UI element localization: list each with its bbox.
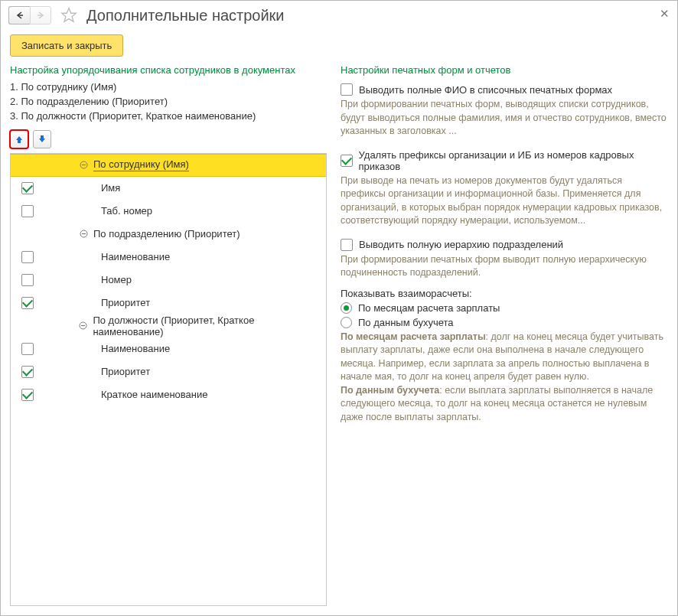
radio-by-salary-months[interactable] bbox=[341, 302, 352, 314]
tree-item[interactable]: Приоритет bbox=[11, 292, 326, 315]
move-down-button[interactable] bbox=[33, 130, 51, 148]
full-hierarchy-checkbox[interactable] bbox=[341, 239, 353, 251]
move-up-button[interactable] bbox=[10, 130, 28, 148]
radio-row-accounting: По данным бухучета bbox=[341, 317, 668, 328]
full-fio-row: Выводить полные ФИО в списочных печатных… bbox=[341, 83, 668, 96]
checkbox-icon[interactable] bbox=[21, 182, 34, 194]
tree-group-department[interactable]: По подразделению (Приоритет) bbox=[11, 223, 326, 246]
remove-prefix-label: Удалять префиксы организации и ИБ из ном… bbox=[359, 149, 668, 172]
expand-toggle-icon[interactable] bbox=[78, 321, 89, 331]
radio-label-accounting: По данным бухучета bbox=[358, 317, 454, 328]
ordering-summary: 1. По сотруднику (Имя) 2. По подразделен… bbox=[10, 80, 327, 124]
move-buttons bbox=[10, 130, 327, 148]
tree-group-employee[interactable]: По сотруднику (Имя) bbox=[11, 154, 326, 177]
ordering-line-1: 1. По сотруднику (Имя) bbox=[10, 80, 327, 95]
remove-prefix-help: При выводе на печать из номеров документ… bbox=[341, 174, 668, 228]
content: Настройка упорядочивания списка сотрудни… bbox=[1, 61, 677, 615]
expand-toggle-icon[interactable] bbox=[78, 229, 89, 240]
mutual-help-bold2: По данным бухучета bbox=[341, 385, 439, 396]
tree-item[interactable]: Имя bbox=[11, 177, 326, 200]
svg-marker-0 bbox=[62, 8, 76, 21]
checkbox-icon[interactable] bbox=[21, 366, 34, 378]
checkbox-icon[interactable] bbox=[21, 343, 34, 355]
tree-group-label: По подразделению (Приоритет) bbox=[93, 228, 240, 240]
tree-item[interactable]: Наименование bbox=[11, 246, 326, 269]
full-fio-label: Выводить полные ФИО в списочных печатных… bbox=[359, 84, 612, 96]
right-column: Настройки печатных форм и отчетов Выводи… bbox=[341, 64, 668, 606]
radio-by-accounting[interactable] bbox=[341, 317, 352, 328]
tree-item-label: Таб. номер bbox=[101, 205, 152, 217]
full-fio-help: При формировании печатных форм, выводящи… bbox=[341, 98, 668, 139]
tree-item[interactable]: Наименование bbox=[11, 337, 326, 360]
mutual-settlements-title: Показывать взаиморасчеты: bbox=[341, 288, 668, 299]
tree-item[interactable]: Приоритет bbox=[11, 360, 326, 383]
tree-group-label: По сотруднику (Имя) bbox=[93, 158, 189, 171]
nav-forward-button[interactable] bbox=[30, 6, 51, 24]
tree-item-label: Наименование bbox=[101, 343, 170, 354]
checkbox-icon[interactable] bbox=[21, 251, 34, 263]
full-hierarchy-row: Выводить полную иерархию подразделений bbox=[341, 239, 668, 251]
tree-item-label: Номер bbox=[101, 274, 132, 285]
tree-item[interactable]: Таб. номер bbox=[11, 200, 326, 223]
toolbar: Записать и закрыть bbox=[1, 27, 677, 61]
checkbox-icon[interactable] bbox=[21, 389, 34, 401]
right-section-title: Настройки печатных форм и отчетов bbox=[341, 64, 668, 76]
full-hierarchy-label: Выводить полную иерархию подразделений bbox=[359, 239, 563, 250]
ordering-tree[interactable]: По сотруднику (Имя) Имя Таб. номер bbox=[10, 153, 327, 606]
tree-group-label: По должности (Приоритет, Краткое наимено… bbox=[93, 315, 326, 337]
tree-group-position[interactable]: По должности (Приоритет, Краткое наимено… bbox=[11, 315, 326, 337]
titlebar: Дополнительные настройки ✕ bbox=[1, 1, 677, 27]
nav-back-button[interactable] bbox=[8, 6, 30, 24]
tree-item-label: Имя bbox=[101, 182, 120, 194]
ordering-line-3: 3. По должности (Приоритет, Краткое наим… bbox=[10, 109, 327, 124]
nav-back-forward bbox=[8, 6, 51, 24]
remove-prefix-row: Удалять префиксы организации и ИБ из ном… bbox=[341, 149, 668, 172]
checkbox-icon[interactable] bbox=[21, 205, 34, 217]
checkbox-icon[interactable] bbox=[21, 274, 34, 286]
remove-prefix-checkbox[interactable] bbox=[341, 155, 353, 167]
tree-item[interactable]: Краткое наименование bbox=[11, 383, 326, 406]
tree-item-label: Приоритет bbox=[101, 297, 150, 308]
favorite-star-icon[interactable] bbox=[59, 5, 79, 25]
tree-item-label: Краткое наименование bbox=[101, 389, 208, 400]
left-column: Настройка упорядочивания списка сотрудни… bbox=[10, 64, 327, 606]
mutual-help-bold1: По месяцам расчета зарплаты bbox=[341, 331, 486, 342]
full-fio-checkbox[interactable] bbox=[341, 83, 353, 96]
radio-label-months: По месяцам расчета зарплаты bbox=[358, 302, 500, 314]
close-icon[interactable]: ✕ bbox=[657, 7, 671, 21]
window-root: Дополнительные настройки ✕ Записать и за… bbox=[0, 0, 678, 616]
ordering-line-2: 2. По подразделению (Приоритет) bbox=[10, 95, 327, 109]
left-section-title: Настройка упорядочивания списка сотрудни… bbox=[10, 64, 327, 76]
mutual-help-text: По месяцам расчета зарплаты: долг на кон… bbox=[341, 331, 668, 425]
window-title: Дополнительные настройки bbox=[86, 7, 285, 24]
radio-row-months: По месяцам расчета зарплаты bbox=[341, 302, 668, 314]
save-close-button[interactable]: Записать и закрыть bbox=[10, 34, 123, 57]
full-hierarchy-help: При формировании печатных форм выводит п… bbox=[341, 253, 668, 280]
expand-toggle-icon[interactable] bbox=[78, 160, 89, 171]
tree-item-label: Приоритет bbox=[101, 366, 150, 377]
tree-item-label: Наименование bbox=[101, 251, 170, 262]
tree-item[interactable]: Номер bbox=[11, 269, 326, 292]
checkbox-icon[interactable] bbox=[21, 297, 34, 309]
